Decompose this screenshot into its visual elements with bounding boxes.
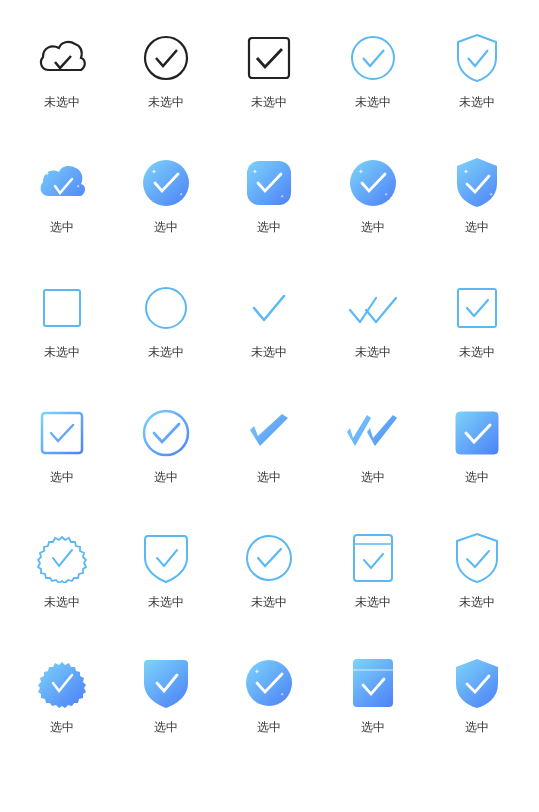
- svg-text:✦: ✦: [384, 191, 388, 197]
- label-double-check-unselected: 未选中: [355, 344, 391, 361]
- icon-cell-square-check-grad2-selected: 选中: [425, 395, 529, 490]
- svg-rect-24: [456, 412, 498, 454]
- icon-cell-shield2-selected: 选中: [425, 645, 529, 740]
- doc-check-outline-icon: [343, 528, 403, 588]
- label-double-check-selected: 选中: [361, 469, 385, 486]
- circle-check-grad4-icon: ✦ ✦: [239, 653, 299, 713]
- icon-cell-shield-sq-unselected: 未选中: [114, 520, 218, 615]
- shield-check-outline-icon: [447, 28, 507, 88]
- icon-cell-rounded-sq-check-selected: ✦ ✦ 选中: [218, 145, 322, 240]
- label-shield-selected: 选中: [465, 219, 489, 236]
- label-cloud-unselected: 未选中: [44, 94, 80, 111]
- svg-point-0: [145, 37, 187, 79]
- label-circle-check-unselected: 未选中: [148, 94, 184, 111]
- shield-sq-outline-icon: [136, 528, 196, 588]
- circle-check-grad3-icon: [136, 403, 196, 463]
- svg-marker-23: [367, 415, 397, 446]
- icon-cell-circle-check-blue-unselected: 未选中: [321, 20, 425, 115]
- svg-point-2: [352, 37, 394, 79]
- icon-cell-shield-sq-selected: 选中: [114, 645, 218, 740]
- icon-cell-circle-check2-selected: ✦ ✦ 选中: [321, 145, 425, 240]
- label-circle2-selected: 选中: [361, 219, 385, 236]
- label-square-check-grad-selected: 选中: [50, 469, 74, 486]
- badge-check-grad-icon: [32, 653, 92, 713]
- label-cloud-selected: 选中: [50, 219, 74, 236]
- svg-point-25: [247, 536, 291, 580]
- icon-cell-square-check-grad-selected: 选中: [10, 395, 114, 490]
- icon-cell-badge-selected: 选中: [10, 645, 114, 740]
- svg-point-11: [350, 160, 396, 206]
- circle-outline-blue-icon: [136, 278, 196, 338]
- label-circle3-selected: 选中: [154, 469, 178, 486]
- icon-cell-doc-check-selected: 选中: [321, 645, 425, 740]
- svg-rect-18: [458, 289, 496, 327]
- icon-cell-check-angled-selected: 选中: [218, 395, 322, 490]
- svg-rect-19: [42, 413, 82, 453]
- label-check-line-unselected: 未选中: [251, 344, 287, 361]
- label-shield2-selected: 选中: [465, 719, 489, 736]
- circle-check-blue2-outline-icon: [239, 528, 299, 588]
- svg-point-5: [143, 160, 189, 206]
- icon-cell-square-outline-unselected: 未选中: [10, 270, 114, 365]
- icon-cell-cloud-unselected: 未选中: [10, 20, 114, 115]
- circle-check-grad2-icon: ✦ ✦: [343, 153, 403, 213]
- svg-text:✦: ✦: [44, 170, 50, 177]
- label-square-check-grad2-selected: 选中: [465, 469, 489, 486]
- label-circle-outline-unselected: 未选中: [148, 344, 184, 361]
- icon-cell-circle-check-unselected: 未选中: [114, 20, 218, 115]
- label-rounded-sq-selected: 选中: [257, 219, 281, 236]
- svg-text:✦: ✦: [76, 183, 80, 189]
- circle-check-blue-outline-icon: [343, 28, 403, 88]
- icon-cell-circle-check-selected: ✦ ✦ 选中: [114, 145, 218, 240]
- circle-check-grad-icon: ✦ ✦: [136, 153, 196, 213]
- square-check-grad2-icon: [447, 403, 507, 463]
- svg-text:✦: ✦: [151, 168, 157, 175]
- svg-rect-26: [354, 535, 392, 581]
- svg-text:✦: ✦: [489, 191, 493, 197]
- icon-cell-double-check-unselected: 未选中: [321, 270, 425, 365]
- shield2-check-grad-icon: [447, 653, 507, 713]
- check-angled-grad-icon: [239, 403, 299, 463]
- svg-point-17: [146, 288, 186, 328]
- svg-text:✦: ✦: [280, 691, 284, 697]
- label-check-angled-selected: 选中: [257, 469, 281, 486]
- label-shield-sq-unselected: 未选中: [148, 594, 184, 611]
- square-check-filled-icon: [239, 28, 299, 88]
- svg-rect-1: [249, 38, 289, 78]
- icon-cell-circle-outline-unselected: 未选中: [114, 270, 218, 365]
- svg-text:✦: ✦: [179, 191, 183, 197]
- label-badge-unselected: 未选中: [44, 594, 80, 611]
- icon-cell-double-check-selected: 选中: [321, 395, 425, 490]
- svg-text:✦: ✦: [280, 193, 284, 199]
- icon-cell-doc-check-unselected: 未选中: [321, 520, 425, 615]
- svg-rect-31: [353, 659, 393, 707]
- label-square-check-unselected: 未选中: [251, 94, 287, 111]
- label-circle4-selected: 选中: [257, 719, 281, 736]
- square-check-blue-outline-icon: [447, 278, 507, 338]
- label-square-check-blue-unselected: 未选中: [459, 344, 495, 361]
- label-doc-check-unselected: 未选中: [355, 594, 391, 611]
- svg-rect-16: [44, 290, 80, 326]
- icon-cell-badge-unselected: 未选中: [10, 520, 114, 615]
- icon-cell-shield-check-unselected: 未选中: [425, 20, 529, 115]
- label-circle-selected: 选中: [154, 219, 178, 236]
- cloud-check-grad-icon: ✦ ✦: [32, 153, 92, 213]
- shield-sq-check-grad-icon: [136, 653, 196, 713]
- label-shield-sq-selected: 选中: [154, 719, 178, 736]
- svg-point-20: [144, 411, 188, 455]
- label-circle-check-blue-unselected: 未选中: [355, 94, 391, 111]
- square-outline-blue-icon: [32, 278, 92, 338]
- label-badge-selected: 选中: [50, 719, 74, 736]
- shield2-outline-icon: [447, 528, 507, 588]
- icon-cell-cloud-selected: ✦ ✦ 选中: [10, 145, 114, 240]
- label-square-outline-unselected: 未选中: [44, 344, 80, 361]
- icon-cell-circle4-selected: ✦ ✦ 选中: [218, 645, 322, 740]
- svg-marker-22: [347, 415, 371, 446]
- doc-check-grad-icon: [343, 653, 403, 713]
- svg-text:✦: ✦: [358, 168, 364, 175]
- icon-cell-check-line-unselected: 未选中: [218, 270, 322, 365]
- double-check-grad-icon: [343, 403, 403, 463]
- icon-cell-square-check-unselected: 未选中: [218, 20, 322, 115]
- shield-check-grad-icon: ✦ ✦: [447, 153, 507, 213]
- cloud-check-outline-icon: [32, 28, 92, 88]
